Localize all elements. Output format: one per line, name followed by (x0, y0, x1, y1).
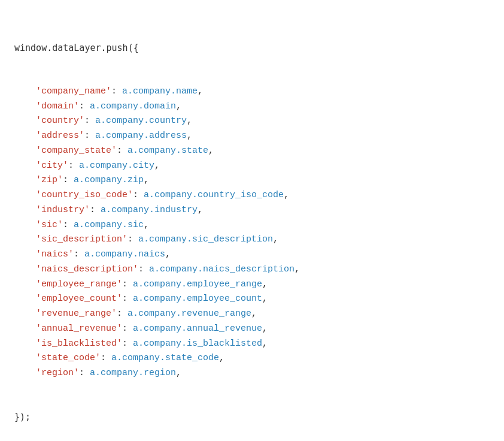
code-line: 'employee_count': a.company.employee_cou… (14, 292, 490, 307)
code-line: 'city': a.company.city, (14, 159, 490, 174)
code-line: 'company_state': a.company.state, (14, 144, 490, 159)
code-block: window.dataLayer.push({ (14, 12, 490, 84)
code-line: 'naics_description': a.company.naics_des… (14, 262, 490, 277)
code-line: 'country': a.company.country, (14, 114, 490, 129)
code-line: 'country_iso_code': a.company.country_is… (14, 188, 490, 203)
code-line: 'zip': a.company.zip, (14, 173, 490, 188)
code-line: 'naics': a.company.naics, (14, 247, 490, 262)
code-line-closing: }); (14, 381, 490, 441)
code-line: 'sic': a.company.sic, (14, 218, 490, 233)
code-line: 'industry': a.company.industry, (14, 203, 490, 218)
code-line: 'sic_description': a.company.sic_descrip… (14, 232, 490, 247)
code-entries: 'company_name': a.company.name, 'domain'… (14, 84, 490, 381)
code-line: 'employee_range': a.company.employee_ran… (14, 277, 490, 292)
code-container: window.dataLayer.push({ 'company_name': … (0, 0, 504, 441)
code-line: 'company_name': a.company.name, (14, 84, 490, 99)
code-line-opening: window.dataLayer.push({ (14, 41, 490, 56)
code-line: 'region': a.company.region, (14, 366, 490, 381)
code-line: 'address': a.company.address, (14, 129, 490, 144)
code-line: 'state_code': a.company.state_code, (14, 351, 490, 366)
code-line: 'is_blacklisted': a.company.is_blacklist… (14, 337, 490, 352)
code-line: 'annual_revenue': a.company.annual_reven… (14, 322, 490, 337)
code-line: 'revenue_range': a.company.revenue_range… (14, 307, 490, 322)
code-line: 'domain': a.company.domain, (14, 99, 490, 114)
